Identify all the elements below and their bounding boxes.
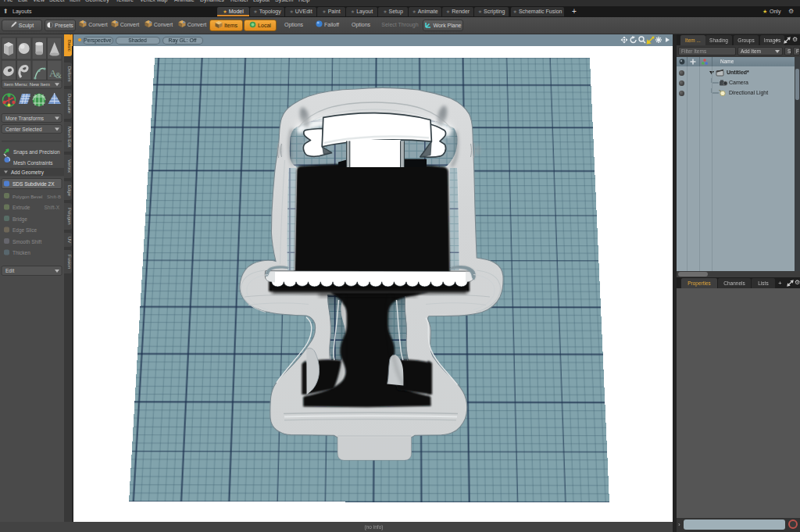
svg-text:More Transforms: More Transforms	[5, 116, 45, 121]
svg-text:Shift-B: Shift-B	[47, 195, 61, 199]
svg-text:Extrude: Extrude	[12, 205, 30, 210]
svg-text:Bridge: Bridge	[12, 216, 27, 223]
svg-text:Edge Slice: Edge Slice	[12, 227, 37, 234]
svg-text:SDS Subdivide 2X: SDS Subdivide 2X	[12, 181, 55, 187]
svg-text:Edit: Edit	[5, 268, 14, 273]
svg-text:Shift-X: Shift-X	[44, 205, 59, 210]
svg-text:Thicken: Thicken	[12, 250, 30, 255]
svg-text:Polygon Bevel: Polygon Bevel	[12, 195, 42, 199]
svg-text:&: &	[55, 71, 62, 80]
svg-text:Smooth Shift: Smooth Shift	[12, 239, 41, 245]
svg-text:Item Menu: New Item: Item Menu: New Item	[4, 81, 50, 87]
svg-text:Snaps and Precision: Snaps and Precision	[13, 149, 60, 155]
svg-text:Mesh Constraints: Mesh Constraints	[13, 160, 53, 166]
svg-text:Center Selected: Center Selected	[5, 127, 42, 132]
svg-text:Add Geometry: Add Geometry	[11, 170, 45, 176]
